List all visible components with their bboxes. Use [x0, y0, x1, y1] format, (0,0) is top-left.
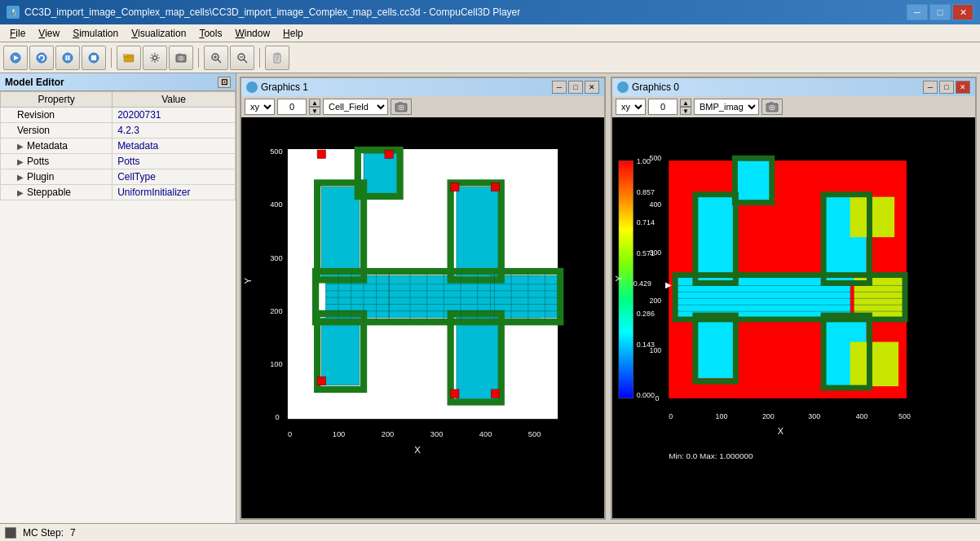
replay-button[interactable]	[29, 46, 54, 70]
graphics0-minimize-btn[interactable]: ─	[923, 81, 938, 94]
svg-text:400: 400	[856, 412, 868, 420]
menu-view[interactable]: View	[32, 26, 66, 41]
svg-rect-15	[179, 54, 181, 55]
graphics1-canvas: Y 0 100 200 300 400 500 0 100 200 300 40…	[241, 117, 604, 518]
svg-text:500: 500	[898, 412, 911, 420]
svg-rect-122	[850, 342, 898, 386]
graphics-window-1: Graphics 1 ─ □ ✕ xy xz yz ▲ ▼	[240, 77, 606, 520]
status-bar: MC Step: 7	[0, 523, 980, 541]
svg-point-14	[180, 57, 182, 59]
zoom-in-button[interactable]	[204, 46, 228, 70]
svg-text:200: 200	[270, 307, 283, 315]
graphics0-close-btn[interactable]: ✕	[956, 81, 970, 94]
stop-button[interactable]	[82, 46, 106, 70]
minimize-button[interactable]: ─	[907, 4, 928, 20]
graphics0-step-input[interactable]	[648, 99, 678, 115]
menu-tools[interactable]: Tools	[192, 26, 228, 41]
prop-version: Version	[1, 123, 113, 139]
svg-text:Y: Y	[243, 278, 253, 284]
menu-visualization[interactable]: Visualization	[125, 26, 192, 41]
graphics1-maximize-btn[interactable]: □	[568, 81, 583, 94]
play-button[interactable]	[3, 46, 28, 70]
graphics-area: Graphics 1 ─ □ ✕ xy xz yz ▲ ▼	[236, 73, 980, 523]
graphics0-plane-select[interactable]: xy xz yz	[616, 99, 646, 115]
svg-rect-52	[321, 187, 360, 280]
graphics0-field-select[interactable]: BMP_image	[694, 99, 759, 115]
title-bar-buttons: ─ □ ✕	[907, 4, 973, 20]
table-row[interactable]: ▶Steppable UniformInitializer	[1, 185, 236, 200]
menu-window[interactable]: Window	[228, 26, 276, 41]
svg-text:0.857: 0.857	[637, 188, 655, 196]
svg-text:0: 0	[275, 413, 279, 421]
svg-text:400: 400	[479, 430, 492, 438]
panel-title: Model Editor	[5, 77, 64, 88]
svg-text:200: 200	[649, 297, 661, 305]
prop-potts[interactable]: ▶Potts	[1, 154, 113, 169]
graphics1-close-btn[interactable]: ✕	[585, 81, 599, 94]
expand-icon-steppable: ▶	[17, 188, 24, 197]
svg-text:X: X	[414, 445, 421, 455]
menu-file[interactable]: File	[3, 26, 32, 41]
graphics0-spin-up[interactable]: ▲	[680, 99, 691, 107]
svg-rect-31	[399, 103, 402, 105]
graphics1-titlebar: Graphics 1 ─ □ ✕	[241, 78, 604, 96]
panel-float-button[interactable]: ⊡	[218, 77, 231, 88]
zoom-out-button[interactable]	[230, 46, 254, 70]
graphics0-maximize-btn[interactable]: □	[939, 81, 954, 94]
expand-icon-potts: ▶	[17, 157, 24, 166]
table-row[interactable]: ▶Metadata Metadata	[1, 139, 236, 154]
menu-help[interactable]: Help	[276, 26, 310, 41]
step-value: 7	[70, 527, 76, 539]
graphics1-camera-btn[interactable]	[391, 99, 412, 115]
maximize-button[interactable]: □	[929, 4, 951, 20]
prop-steppable[interactable]: ▶Steppable	[1, 185, 113, 200]
prop-metadata[interactable]: ▶Metadata	[1, 139, 113, 154]
pause-button[interactable]	[55, 46, 80, 70]
graphics1-spin-down[interactable]: ▼	[309, 107, 320, 115]
cell-field-visualization: Y 0 100 200 300 400 500 0 100 200 300 40…	[241, 117, 604, 518]
svg-text:300: 300	[270, 254, 283, 262]
graphics-window-0: Graphics 0 ─ □ ✕ xy xz yz ▲ ▼	[611, 77, 977, 520]
svg-rect-24	[276, 53, 279, 55]
clipboard-button[interactable]	[265, 46, 289, 70]
close-button[interactable]: ✕	[952, 4, 973, 20]
graphics1-minimize-btn[interactable]: ─	[552, 81, 567, 94]
table-row[interactable]: ▶Potts Potts	[1, 154, 236, 169]
svg-text:200: 200	[382, 430, 395, 438]
menu-simulation[interactable]: Simulation	[66, 26, 125, 41]
graphics0-spin-down[interactable]: ▼	[680, 107, 691, 115]
bmp-image-visualization: 1.00 0.857 0.714 0.571 0.429 0.286 0.143…	[612, 117, 975, 518]
graphics1-step-input[interactable]	[277, 99, 307, 115]
graphics1-spin-up[interactable]: ▲	[309, 99, 320, 107]
prop-plugin[interactable]: ▶Plugin	[1, 169, 113, 185]
graphics1-plane-select[interactable]: xy xz yz	[245, 99, 275, 115]
svg-text:0.000: 0.000	[637, 391, 655, 399]
svg-rect-84	[491, 183, 499, 191]
svg-rect-53	[321, 318, 360, 385]
panel-header: Model Editor ⊡	[0, 73, 236, 91]
value-column-header: Value	[113, 92, 236, 108]
screenshot-button[interactable]	[169, 46, 193, 70]
svg-rect-5	[66, 55, 68, 60]
table-row[interactable]: ▶Plugin CellType	[1, 169, 236, 185]
svg-rect-87	[491, 389, 499, 398]
graphics0-camera-btn[interactable]	[761, 99, 783, 115]
graphics1-icon	[246, 81, 258, 93]
val-steppable: UniformInitializer	[113, 185, 236, 200]
graphics0-spin: ▲ ▼	[680, 99, 691, 115]
toolbar-separator-3	[259, 48, 260, 68]
graphics0-canvas: 1.00 0.857 0.714 0.571 0.429 0.286 0.143…	[612, 117, 975, 518]
svg-rect-123	[697, 197, 734, 282]
svg-point-4	[63, 53, 73, 63]
graphics1-field-select[interactable]: Cell_Field	[323, 99, 388, 115]
expand-icon-metadata: ▶	[17, 142, 24, 151]
svg-rect-125	[737, 161, 770, 200]
settings-button[interactable]	[143, 46, 167, 70]
open-file-button[interactable]	[117, 46, 141, 70]
table-row: Version 4.2.3	[1, 123, 236, 139]
expand-icon-plugin: ▶	[17, 173, 24, 182]
svg-point-90	[771, 107, 773, 108]
model-editor-panel: Model Editor ⊡ Property Value Revision 2…	[0, 73, 236, 523]
svg-text:500: 500	[649, 154, 661, 162]
svg-rect-91	[770, 103, 773, 105]
